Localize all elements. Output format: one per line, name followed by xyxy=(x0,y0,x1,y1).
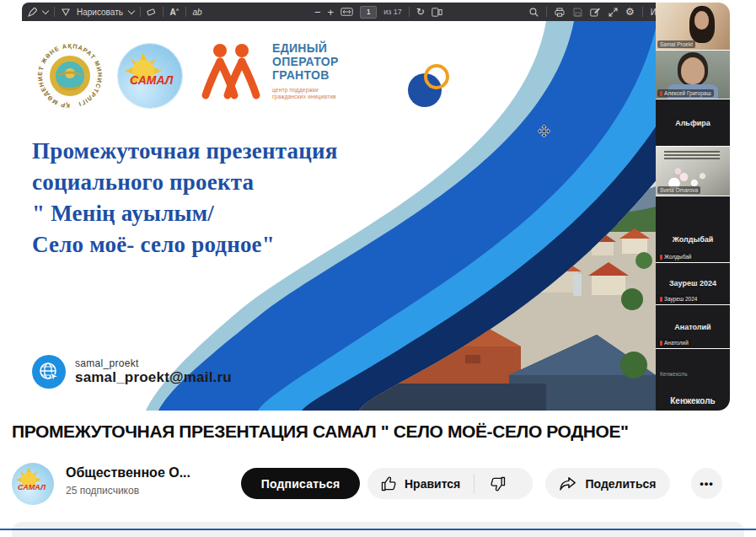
participant-tile-alfira: Альфира xyxy=(656,99,730,146)
video-title: ПРОМЕЖУТОЧНАЯ ПРЕЗЕНТАЦИЯ САМАЛ " СЕЛО М… xyxy=(12,422,742,442)
mic-muted-icon xyxy=(660,297,662,302)
eog-line2: ОПЕРАТОР xyxy=(272,55,339,68)
mic-muted-icon xyxy=(660,341,662,346)
circle-ring-logo xyxy=(403,62,453,112)
rotate-icon: ↻ xyxy=(416,6,425,18)
draw-dropdown-chevron-icon xyxy=(128,8,135,14)
search-icon xyxy=(528,5,539,19)
share-button-label: Поделиться xyxy=(585,477,656,491)
page-number-input: 1 xyxy=(360,6,377,19)
fit-to-width-icon xyxy=(340,5,353,19)
photo-caption-block xyxy=(664,151,720,159)
draw-button-label: Нарисовать xyxy=(77,8,123,17)
print-icon xyxy=(555,5,565,19)
more-actions-button[interactable]: ••• xyxy=(691,468,722,499)
like-button[interactable]: Нравится xyxy=(367,475,474,492)
slide-title-line3: " Менің ауылым/ xyxy=(32,198,338,229)
mic-muted-icon xyxy=(660,91,662,96)
participant-tile-aleksey: Алексей Григораш xyxy=(656,51,730,99)
participant-tile-zholdybay: Жолдыбай Жолдыбай xyxy=(656,196,730,262)
eog-sub1: центр поддержки xyxy=(272,87,339,94)
edit-annotation-icon xyxy=(590,5,600,19)
participant-name: Анатолий xyxy=(656,323,730,331)
participant-tile-samal-proekt: Samal Proekt xyxy=(656,3,730,50)
page-view-icon xyxy=(432,5,442,19)
channel-subscribers: 25 подписчиков xyxy=(66,485,139,497)
text-tool-icon: Aᴬ xyxy=(169,5,180,19)
pen-tool-icon xyxy=(27,5,37,19)
participant-tile-anatoly: Анатолий Анатолий xyxy=(656,305,730,348)
participant-name: Кенжеколь xyxy=(656,396,730,405)
save-icon xyxy=(572,5,582,19)
bottom-blue-line xyxy=(0,529,756,530)
participant-label: Алексей Григораш xyxy=(664,90,711,96)
settings-gear-icon: ⚙ xyxy=(625,6,635,18)
slide-title-line2: социального проекта xyxy=(32,167,338,198)
zoom-out-icon: − xyxy=(314,6,321,19)
highlighter-tool-icon xyxy=(61,5,71,19)
move-cursor-icon xyxy=(538,125,550,137)
contact-handle: samal_proekt xyxy=(75,357,232,369)
channel-name[interactable]: Общественное О... xyxy=(66,465,190,481)
thumbs-down-icon xyxy=(490,475,507,492)
zoom-in-icon: + xyxy=(328,6,335,19)
thumbs-up-icon xyxy=(380,475,397,492)
pdf-toolbar: Нарисовать Aᴬ ab − + 1 xyxy=(22,3,656,21)
participant-label: Кенжеколь xyxy=(660,371,688,377)
presentation-slide: ҚР МӘДЕНИЕТ ЖӘНЕ АҚПАРАТ МИНИСТРЛІГІ xyxy=(7,21,656,411)
slide-title-line4: Село моё- село родное" xyxy=(32,229,338,260)
channel-avatar[interactable]: САМАЛ xyxy=(12,463,54,505)
participants-sidebar: Samal Proekt Алексей Григораш Альфира Sv… xyxy=(656,3,730,411)
globe-cursor-icon xyxy=(32,355,66,389)
share-button[interactable]: Поделиться xyxy=(545,468,670,499)
samal-logo: САМАЛ xyxy=(118,44,182,108)
grants-operator-icon xyxy=(198,41,262,109)
participant-label: Жолдыбай xyxy=(664,254,691,260)
participant-tile-zauresh: Зауреш 2024 Зауреш 2024 xyxy=(656,263,730,304)
channel-avatar-text: САМАЛ xyxy=(18,483,46,491)
slide-title-line1: Промежуточная презентация xyxy=(32,136,338,167)
like-dislike-group: Нравится xyxy=(367,468,533,499)
participant-name: Жолдыбай xyxy=(656,235,730,244)
eog-sub2: гражданских инициатив xyxy=(272,94,339,100)
eraser-tool-icon xyxy=(147,5,157,19)
subscribe-button[interactable]: Подписаться xyxy=(241,468,360,499)
dislike-button[interactable] xyxy=(475,475,521,492)
eog-line1: ЕДИНЫЙ xyxy=(272,41,339,55)
participant-tile-sveta: Sveta Omarova xyxy=(656,147,730,196)
page-total-label: из 17 xyxy=(383,8,402,16)
read-aloud-icon: ab xyxy=(192,5,202,19)
participant-label: Sveta Omarova xyxy=(660,187,698,193)
samal-logo-text: САМАЛ xyxy=(130,73,174,87)
ministry-emblem-logo: ҚР МӘДЕНИЕТ ЖӘНЕ АҚПАРАТ МИНИСТРЛІГІ xyxy=(35,41,105,110)
fullscreen-icon xyxy=(608,5,618,19)
pen-dropdown-chevron-icon xyxy=(42,8,49,14)
slide-title: Промежуточная презентация социального пр… xyxy=(32,136,338,260)
watch-page: ҚР МӘДЕНИЕТ ЖӘНЕ АҚПАРАТ МИНИСТРЛІГІ xyxy=(0,0,756,537)
eog-line3: ГРАНТОВ xyxy=(272,68,339,82)
contact-email: samal_proekt@mail.ru xyxy=(75,369,232,386)
grants-operator-logo: ЕДИНЫЙ ОПЕРАТОР ГРАНТОВ центр поддержки … xyxy=(198,41,339,109)
video-player[interactable]: ҚР МӘДЕНИЕТ ЖӘНЕ АҚПАРАТ МИНИСТРЛІГІ xyxy=(7,3,730,411)
participant-label: Анатолий xyxy=(664,340,689,346)
participant-tile-kenzhekol: Кенжеколь Кенжеколь xyxy=(656,349,730,411)
participant-label: Зауреш 2024 xyxy=(664,296,697,302)
participant-name: Зауреш 2024 xyxy=(656,279,730,287)
share-arrow-icon xyxy=(559,475,577,492)
participant-label: Samal Proekt xyxy=(660,41,693,47)
like-button-label: Нравится xyxy=(405,477,460,491)
mic-muted-icon xyxy=(660,255,662,260)
channel-row: САМАЛ Общественное О... 25 подписчиков П… xyxy=(12,462,744,504)
participant-name: Альфира xyxy=(656,119,730,127)
slide-contact: samal_proekt samal_proekt@mail.ru xyxy=(32,355,232,389)
